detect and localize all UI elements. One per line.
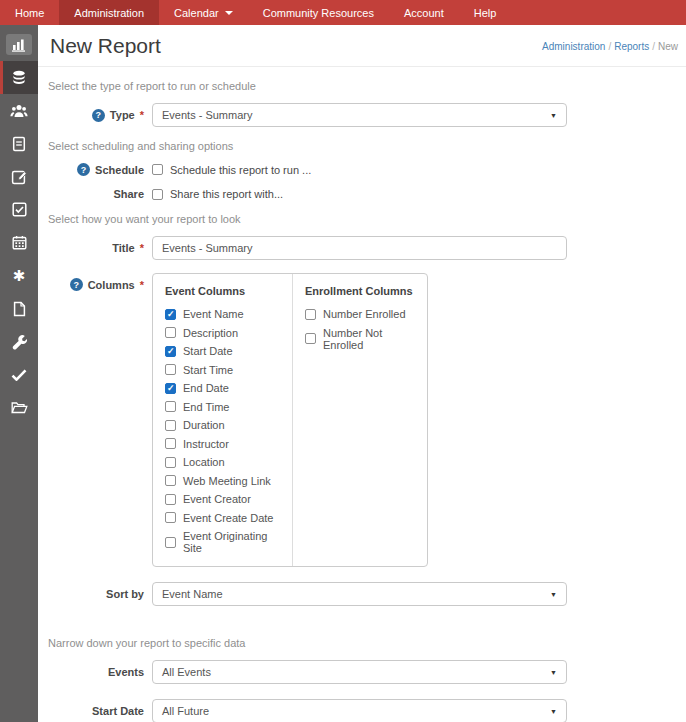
checkbox-unchecked-icon [165,364,176,375]
edit-pencil-icon [11,169,27,185]
breadcrumb-separator: / [652,41,655,52]
sidebar-item-folder-open[interactable] [0,391,38,424]
start-date-select[interactable]: All Future [152,699,567,722]
section-heading-schedule: Select scheduling and sharing options [48,140,674,152]
column-checkbox-end-time[interactable]: End Time [165,401,288,413]
column-checkbox-event-name[interactable]: Event Name [165,308,288,320]
start-date-select-value: All Future [162,705,209,717]
column-checkbox-web-meeting-link[interactable]: Web Meeting Link [165,475,288,487]
columns-panel: Event ColumnsEvent NameDescriptionStart … [152,273,428,567]
checkbox-unchecked-icon [165,537,176,548]
breadcrumb-reports[interactable]: Reports [614,41,649,52]
type-row: Type * Events - Summary [48,103,674,127]
checkbox-label: Event Creator [183,493,251,505]
column-checkbox-event-create-date[interactable]: Event Create Date [165,512,288,524]
nav-item-home[interactable]: Home [0,0,59,25]
checkbox-unchecked-icon [152,189,163,200]
checkbox-unchecked-icon [165,475,176,486]
schedule-checkbox[interactable]: Schedule this report to run ... [152,164,311,176]
events-select[interactable]: All Events [152,660,567,684]
share-checkbox-label: Share this report with... [170,188,283,200]
schedule-label-cell: Schedule [48,163,144,176]
schedule-checkbox-label: Schedule this report to run ... [170,164,311,176]
sidebar: ✱ [0,25,38,722]
checkbox-label: Location [183,456,225,468]
column-checkbox-number-enrolled[interactable]: Number Enrolled [305,308,423,320]
chevron-down-icon [550,708,557,715]
sort-by-select-value: Event Name [162,588,223,600]
sort-by-row: Sort by Event Name [48,582,674,606]
checkbox-unchecked-icon [165,438,176,449]
columns-label-cell: Columns * [48,273,144,291]
help-icon[interactable] [92,109,105,122]
column-group-event-columns: Event ColumnsEvent NameDescriptionStart … [153,274,293,566]
sidebar-item-edit[interactable] [0,160,38,193]
checkbox-label: End Time [183,401,229,413]
column-checkbox-location[interactable]: Location [165,456,288,468]
sidebar-item-reports-chart[interactable] [0,28,38,61]
sidebar-item-check-square[interactable] [0,193,38,226]
share-label: Share [113,188,144,200]
checkbox-label: Description [183,327,238,339]
help-icon[interactable] [70,278,83,291]
checkbox-unchecked-icon [165,327,176,338]
help-icon[interactable] [77,163,90,176]
breadcrumb-administration[interactable]: Administration [542,41,605,52]
nav-item-account[interactable]: Account [389,0,459,25]
sidebar-item-check[interactable] [0,358,38,391]
section-heading-narrow: Narrow down your report to specific data [48,637,674,649]
column-checkbox-event-creator[interactable]: Event Creator [165,493,288,505]
events-row: Events All Events [48,660,674,684]
nav-item-community-resources[interactable]: Community Resources [248,0,389,25]
database-icon [11,70,27,86]
column-checkbox-end-date[interactable]: End Date [165,382,288,394]
column-group-heading: Enrollment Columns [305,285,423,297]
checkbox-unchecked-icon [305,333,316,344]
title-label: Title [112,242,134,254]
sort-by-label: Sort by [106,588,144,600]
book-icon [12,136,26,152]
sidebar-item-users[interactable] [0,94,38,127]
sidebar-item-cog[interactable]: ✱ [0,259,38,292]
start-date-label: Start Date [92,705,144,717]
report-form: Select the type of report to run or sche… [38,80,686,722]
page-header: New Report Administration/Reports/New [38,25,686,67]
sidebar-item-calendar[interactable] [0,226,38,259]
column-group-heading: Event Columns [165,285,288,297]
section-heading-type: Select the type of report to run or sche… [48,80,674,92]
checkbox-unchecked-icon [165,401,176,412]
sidebar-item-book[interactable] [0,127,38,160]
checkbox-checked-icon [165,346,176,357]
nav-item-help[interactable]: Help [459,0,512,25]
column-checkbox-instructor[interactable]: Instructor [165,438,288,450]
title-input[interactable] [152,236,567,260]
column-checkbox-duration[interactable]: Duration [165,419,288,431]
sidebar-item-file[interactable] [0,292,38,325]
required-asterisk: * [140,109,144,121]
nav-item-calendar[interactable]: Calendar [159,0,248,25]
schedule-row: Schedule Schedule this report to run ... [48,163,674,176]
checkbox-unchecked-icon [165,420,176,431]
column-group-enrollment-columns: Enrollment ColumnsNumber EnrolledNumber … [293,274,427,566]
nav-item-administration[interactable]: Administration [59,0,159,25]
sort-by-select[interactable]: Event Name [152,582,567,606]
column-checkbox-number-not-enrolled[interactable]: Number Not Enrolled [305,327,423,351]
check-icon [11,369,27,381]
column-checkbox-start-time[interactable]: Start Time [165,364,288,376]
sidebar-item-wrench[interactable] [0,325,38,358]
checkbox-label: Event Originating Site [183,530,288,554]
checkbox-label: Number Enrolled [323,308,406,320]
schedule-label: Schedule [95,164,144,176]
column-checkbox-description[interactable]: Description [165,327,288,339]
cog-icon: ✱ [13,268,26,283]
columns-label: Columns [88,279,135,291]
start-date-label-cell: Start Date [48,705,144,717]
checkbox-label: Event Create Date [183,512,274,524]
type-select[interactable]: Events - Summary [152,103,567,127]
column-checkbox-start-date[interactable]: Start Date [165,345,288,357]
column-checkbox-event-originating-site[interactable]: Event Originating Site [165,530,288,554]
checkbox-unchecked-icon [152,164,163,175]
share-checkbox[interactable]: Share this report with... [152,188,283,200]
columns-row: Columns * Event ColumnsEvent NameDescrip… [48,273,674,567]
sidebar-item-database[interactable] [0,61,38,94]
